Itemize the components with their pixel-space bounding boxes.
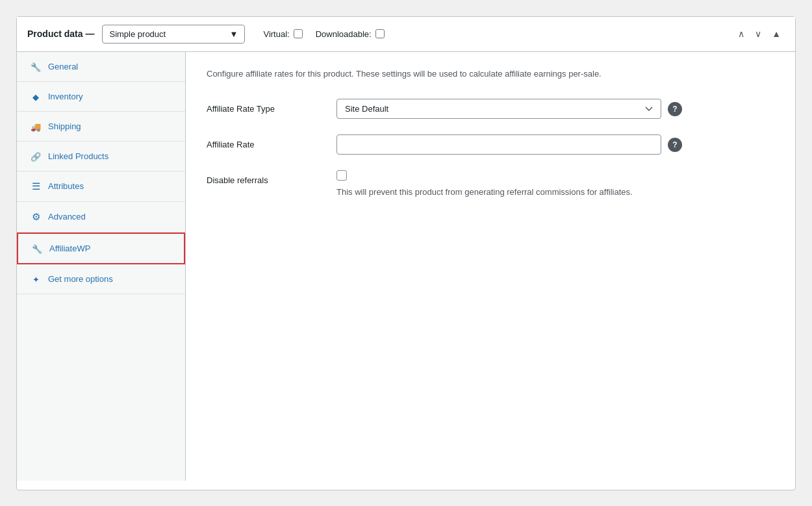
- sidebar-item-shipping-label: Shipping: [48, 121, 81, 131]
- sidebar-item-general-label: General: [48, 62, 78, 71]
- disable-referrals-label: Disable referrals: [207, 170, 336, 185]
- virtual-checkbox-group: Virtual:: [263, 29, 302, 39]
- disable-referrals-checkbox[interactable]: [336, 170, 347, 181]
- wrench-affiliatewp-icon: [31, 243, 43, 254]
- affiliate-rate-type-label: Affiliate Rate Type: [207, 99, 336, 114]
- virtual-checkbox[interactable]: [294, 29, 303, 38]
- sidebar-item-general[interactable]: General: [17, 52, 185, 82]
- sidebar-item-attributes-label: Attributes: [48, 181, 84, 191]
- sidebar-item-attributes[interactable]: Attributes: [17, 171, 185, 202]
- sidebar-item-affiliatewp[interactable]: AffiliateWP: [17, 233, 185, 264]
- panel-title: Product data —: [27, 29, 94, 39]
- collapse-up-button[interactable]: ∧: [734, 26, 748, 42]
- affiliate-rate-type-select[interactable]: Site Default Percentage Flat: [336, 99, 661, 119]
- truck-icon: [30, 121, 42, 132]
- sidebar-item-linked-products-label: Linked Products: [48, 151, 108, 161]
- downloadable-checkbox-group: Downloadable:: [316, 29, 385, 39]
- sidebar-item-advanced[interactable]: Advanced: [17, 202, 185, 233]
- sidebar-item-inventory[interactable]: Inventory: [17, 82, 185, 112]
- main-content: Configure affiliate rates for this produ…: [186, 52, 795, 481]
- disable-referrals-field: This will prevent this product from gene…: [336, 170, 774, 199]
- tag-icon: [30, 91, 42, 102]
- affiliate-rate-input[interactable]: [336, 134, 661, 155]
- sidebar: General Inventory Shipping Linked Produc…: [17, 52, 186, 481]
- header-arrows: ∧ ∨ ▲: [734, 26, 785, 42]
- affiliate-rate-label: Affiliate Rate: [207, 134, 336, 149]
- link-icon: [30, 151, 42, 162]
- collapse-down-button[interactable]: ∨: [751, 26, 765, 42]
- affiliate-rate-field: ?: [336, 134, 774, 155]
- wrench-icon: [30, 61, 42, 72]
- expand-button[interactable]: ▲: [768, 26, 785, 42]
- chevron-down-icon: ▼: [230, 29, 238, 39]
- sidebar-item-affiliatewp-label: AffiliateWP: [49, 244, 90, 253]
- disable-referrals-row: Disable referrals This will prevent this…: [207, 170, 774, 199]
- header-checkboxes: Virtual: Downloadable:: [263, 29, 384, 39]
- product-type-value: Simple product: [109, 29, 166, 39]
- sidebar-item-advanced-label: Advanced: [48, 212, 86, 221]
- sidebar-item-linked-products[interactable]: Linked Products: [17, 142, 185, 171]
- panel-body: General Inventory Shipping Linked Produc…: [17, 52, 795, 481]
- affiliate-rate-row: Affiliate Rate ?: [207, 134, 774, 155]
- affiliate-rate-help-icon[interactable]: ?: [668, 138, 682, 152]
- affiliate-rate-type-field: Site Default Percentage Flat ?: [336, 99, 774, 119]
- referral-description: This will prevent this product from gene…: [336, 186, 661, 199]
- star-icon: [30, 273, 42, 285]
- product-data-panel: Product data — Simple product ▼ Virtual:…: [16, 16, 796, 490]
- virtual-label: Virtual:: [263, 29, 289, 39]
- list-icon: [30, 181, 42, 192]
- sidebar-item-shipping[interactable]: Shipping: [17, 112, 185, 142]
- affiliate-description: Configure affiliate rates for this produ…: [207, 68, 726, 81]
- sidebar-item-inventory-label: Inventory: [48, 92, 82, 101]
- affiliate-rate-type-row: Affiliate Rate Type Site Default Percent…: [207, 99, 774, 119]
- downloadable-label: Downloadable:: [316, 29, 372, 39]
- affiliate-rate-type-help-icon[interactable]: ?: [668, 102, 682, 116]
- downloadable-checkbox[interactable]: [375, 29, 385, 38]
- panel-header: Product data — Simple product ▼ Virtual:…: [17, 17, 795, 52]
- gear-icon: [30, 211, 42, 223]
- product-type-select[interactable]: Simple product ▼: [102, 25, 245, 44]
- sidebar-item-get-more-options[interactable]: Get more options: [17, 264, 185, 294]
- sidebar-item-get-more-options-label: Get more options: [48, 274, 113, 284]
